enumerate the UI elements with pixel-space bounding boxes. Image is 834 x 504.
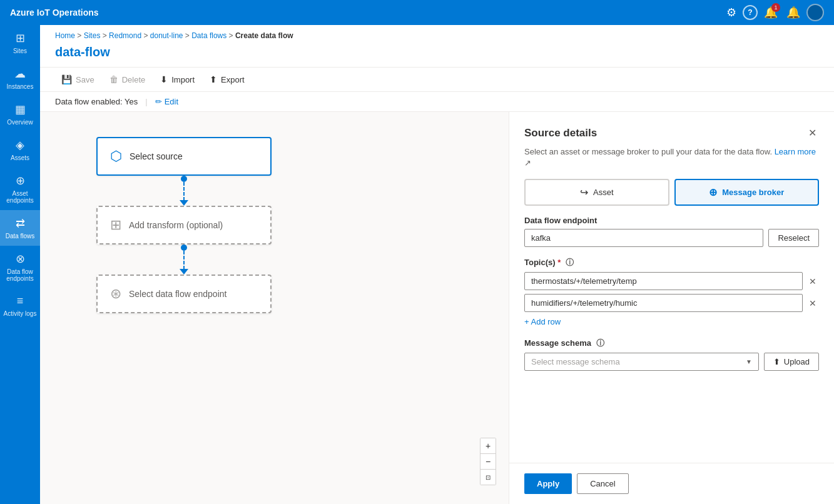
- message-broker-type-button[interactable]: ⊕ Message broker: [674, 179, 820, 206]
- help-icon[interactable]: ?: [743, 5, 758, 20]
- sidebar-item-overview[interactable]: ▦ Overview: [0, 96, 40, 132]
- breadcrumb-current: Create data flow: [235, 31, 293, 40]
- add-row-button[interactable]: + Add row: [524, 316, 561, 328]
- source-node-label: Select source: [130, 151, 183, 161]
- upload-icon: ⬆: [773, 357, 780, 366]
- apply-button[interactable]: Apply: [524, 473, 572, 494]
- asset-icon: ↪: [580, 186, 588, 198]
- zoom-out-button[interactable]: −: [481, 454, 496, 469]
- cancel-button[interactable]: Cancel: [577, 473, 628, 494]
- destination-node-icon: ⊛: [110, 286, 121, 302]
- sidebar-item-asset-endpoints[interactable]: ⊕ Asset endpoints: [0, 168, 40, 210]
- learn-more-link[interactable]: Learn more: [775, 147, 816, 156]
- breadcrumb-redmond[interactable]: Redmond: [109, 31, 141, 40]
- upload-button[interactable]: ⬆ Upload: [764, 353, 819, 371]
- sidebar-item-activity-logs[interactable]: ≡ Activity logs: [0, 288, 40, 323]
- breadcrumb-data-flows[interactable]: Data flows: [191, 31, 226, 40]
- endpoint-label: Data flow endpoint: [524, 216, 819, 225]
- edit-button[interactable]: ✏ Edit: [155, 97, 178, 106]
- sidebar-label-assets: Assets: [11, 154, 29, 161]
- instances-icon: ☁: [14, 67, 26, 81]
- breadcrumb-sites[interactable]: Sites: [84, 31, 101, 40]
- asset-type-button[interactable]: ↪ Asset: [524, 179, 669, 206]
- remove-topic-1-button[interactable]: ✕: [806, 274, 819, 289]
- broker-icon: ⊕: [709, 186, 717, 198]
- data-flow-endpoints-icon: ⊗: [16, 252, 25, 266]
- source-node[interactable]: ⬡ Select source: [96, 137, 272, 176]
- source-node-icon: ⬡: [110, 148, 122, 164]
- topic-input-1[interactable]: [524, 272, 803, 290]
- sidebar-item-data-flows[interactable]: ⇄ Data flows: [0, 210, 40, 246]
- export-icon: ⬆: [210, 74, 217, 84]
- data-flows-icon: ⇄: [16, 216, 25, 230]
- delete-icon: 🗑: [109, 74, 118, 84]
- alerts-icon[interactable]: 🔔: [784, 3, 803, 22]
- schema-label: Message schema ⓘ: [524, 338, 819, 349]
- activity-logs-icon: ≡: [17, 295, 24, 308]
- schema-select[interactable]: Select message schema ▼: [524, 353, 759, 371]
- delete-button[interactable]: 🗑 Delete: [103, 71, 152, 88]
- reselect-button[interactable]: Reselect: [768, 229, 819, 247]
- notifications-icon[interactable]: 🔔 1: [761, 3, 780, 22]
- transform-node-label: Add transform (optional): [129, 220, 223, 230]
- sidebar-label-sites: Sites: [13, 48, 27, 54]
- import-icon: ⬇: [160, 74, 168, 84]
- sidebar-item-assets[interactable]: ◈ Assets: [0, 132, 40, 168]
- notification-badge: 1: [771, 3, 780, 12]
- sidebar-label-instances: Instances: [7, 83, 34, 90]
- close-panel-button[interactable]: ✕: [806, 124, 819, 141]
- import-button[interactable]: ⬇ Import: [154, 71, 201, 88]
- topic-row-1: ✕: [524, 272, 819, 290]
- fit-view-button[interactable]: ⊡: [481, 470, 496, 485]
- settings-icon[interactable]: ⚙: [724, 3, 739, 22]
- topic-row-2: ✕: [524, 294, 819, 312]
- transform-node[interactable]: ⊞ Add transform (optional): [96, 206, 272, 244]
- sidebar-label-overview: Overview: [7, 119, 33, 126]
- zoom-in-button[interactable]: +: [481, 438, 496, 453]
- breadcrumb: Home > Sites > Redmond > donut-line > Da…: [40, 25, 834, 43]
- transform-node-icon: ⊞: [110, 217, 121, 233]
- topics-label: Topic(s) * ⓘ: [524, 257, 819, 268]
- sidebar-item-data-flow-endpoints[interactable]: ⊗ Data flow endpoints: [0, 246, 40, 288]
- export-button[interactable]: ⬆ Export: [203, 71, 251, 88]
- save-button[interactable]: 💾 Save: [55, 71, 101, 88]
- panel-title: Source details: [524, 127, 597, 139]
- overview-icon: ▦: [15, 103, 26, 116]
- sidebar-item-sites[interactable]: ⊞ Sites: [0, 25, 40, 61]
- asset-endpoints-icon: ⊕: [16, 174, 25, 188]
- destination-node[interactable]: ⊛ Select data flow endpoint: [96, 275, 272, 313]
- sites-icon: ⊞: [16, 31, 25, 45]
- dropdown-chevron-icon: ▼: [746, 358, 752, 365]
- required-star: *: [557, 258, 561, 267]
- dataflow-status: Data flow enabled: Yes: [55, 97, 138, 106]
- sidebar-label-activity-logs: Activity logs: [4, 310, 37, 317]
- save-icon: 💾: [61, 74, 72, 84]
- breadcrumb-donut-line[interactable]: donut-line: [150, 31, 183, 40]
- destination-node-label: Select data flow endpoint: [129, 289, 226, 299]
- page-title: data-flow: [40, 43, 834, 67]
- breadcrumb-home[interactable]: Home: [55, 31, 75, 40]
- app-title: Azure IoT Operations: [10, 8, 99, 18]
- avatar[interactable]: [806, 4, 824, 21]
- panel-description: Select an asset or message broker to pul…: [509, 146, 834, 179]
- assets-icon: ◈: [16, 138, 24, 152]
- topic-input-2[interactable]: [524, 294, 803, 312]
- sidebar-label-asset-endpoints: Asset endpoints: [3, 190, 38, 204]
- schema-info-icon: ⓘ: [596, 338, 604, 348]
- remove-topic-2-button[interactable]: ✕: [806, 296, 819, 311]
- sidebar-label-data-flows: Data flows: [6, 233, 35, 239]
- endpoint-input[interactable]: [524, 229, 763, 247]
- sidebar-item-instances[interactable]: ☁ Instances: [0, 61, 40, 96]
- edit-icon: ✏: [155, 97, 162, 106]
- sidebar-label-data-flow-endpoints: Data flow endpoints: [3, 268, 38, 282]
- topics-info-icon: ⓘ: [566, 258, 574, 267]
